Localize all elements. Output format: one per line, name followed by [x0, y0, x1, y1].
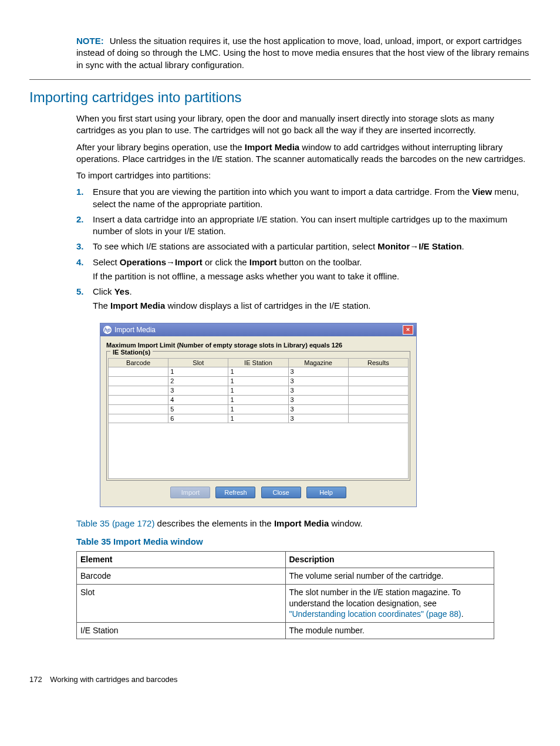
close-button[interactable]: Close — [261, 487, 301, 498]
table-row[interactable]: 113 — [109, 367, 409, 377]
table-empty-area — [108, 423, 409, 479]
table-row: I/E Station The module number. — [77, 623, 494, 639]
import-media-dialog: hp Import Media × Maximum Import Limit (… — [100, 323, 417, 508]
dialog-button-row: Import Refresh Close Help — [106, 481, 410, 501]
col-barcode[interactable]: Barcode — [109, 358, 168, 367]
col-slot[interactable]: Slot — [168, 358, 228, 367]
section-heading: Importing cartridges into partitions — [29, 88, 531, 107]
refresh-button[interactable]: Refresh — [215, 487, 255, 498]
col-ie-station[interactable]: IE Station — [228, 358, 288, 367]
table-row: Slot The slot number in the I/E station … — [77, 584, 494, 623]
step-2: Insert a data cartridge into an appropri… — [76, 214, 531, 238]
col-magazine[interactable]: Magazine — [288, 358, 348, 367]
ie-station-table: Barcode Slot IE Station Magazine Results… — [108, 358, 409, 424]
desc-head-element: Element — [77, 551, 286, 568]
dialog-titlebar[interactable]: hp Import Media × — [100, 323, 416, 336]
steps-list: Ensure that you are viewing the partitio… — [76, 186, 531, 312]
chapter-title: Working with cartridges and barcodes — [50, 675, 177, 684]
table-35: Element Description Barcode The volume s… — [76, 551, 494, 639]
table-row: Barcode The volume serial number of the … — [77, 568, 494, 584]
desc-head-description: Description — [285, 551, 494, 568]
note-block: NOTE:Unless the situation requires it, u… — [29, 35, 531, 80]
note-label: NOTE: — [76, 36, 104, 46]
step-4: Select Operations→Import or click the Im… — [76, 256, 531, 283]
table-row[interactable]: 613 — [109, 414, 409, 423]
help-button[interactable]: Help — [306, 487, 346, 498]
note-text: Unless the situation requires it, use th… — [76, 36, 529, 70]
import-button[interactable]: Import — [170, 487, 210, 498]
page-footer: 172 Working with cartridges and barcodes — [29, 674, 531, 685]
ie-station-fieldset: IE Station(s) Barcode Slot IE Station Ma… — [106, 351, 410, 481]
step-1: Ensure that you are viewing the partitio… — [76, 186, 531, 210]
fieldset-legend: IE Station(s) — [110, 348, 153, 357]
col-results[interactable]: Results — [348, 358, 408, 367]
post-dialog-paragraph: Table 35 (page 172) describes the elemen… — [76, 518, 531, 529]
table-35-caption: Table 35 Import Media window — [76, 536, 531, 548]
page-number: 172 — [29, 675, 42, 684]
step-5: Click Yes. The Import Media window displ… — [76, 286, 531, 312]
understanding-coords-link[interactable]: "Understanding location coordinates" (pa… — [289, 609, 461, 619]
table-row[interactable]: 513 — [109, 404, 409, 414]
intro-paragraph-1: When you first start using your library,… — [76, 113, 531, 137]
table-row[interactable]: 413 — [109, 395, 409, 404]
step-3: To see which I/E stations are associated… — [76, 241, 531, 252]
dialog-title: Import Media — [114, 325, 156, 335]
table-row[interactable]: 213 — [109, 377, 409, 386]
step-4-body: If the partition is not offline, a messa… — [93, 271, 531, 282]
table-35-link[interactable]: Table 35 (page 172) — [76, 518, 154, 528]
intro-paragraph-3: To import cartridges into partitions: — [76, 170, 531, 181]
step-5-body: The Import Media window displays a list … — [93, 300, 531, 312]
close-icon[interactable]: × — [403, 325, 413, 335]
table-row[interactable]: 313 — [109, 386, 409, 396]
hp-logo-icon: hp — [103, 326, 112, 334]
intro-paragraph-2: After your library begins operation, use… — [76, 141, 531, 166]
